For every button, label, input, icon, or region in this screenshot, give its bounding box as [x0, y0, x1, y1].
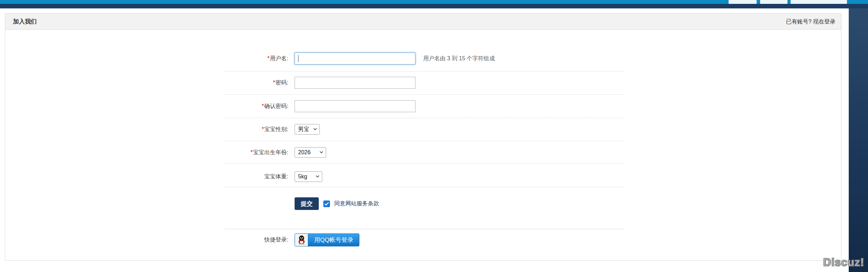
- submit-button[interactable]: 提交: [295, 197, 319, 210]
- login-now-link[interactable]: 现在登录: [813, 18, 835, 26]
- qq-penguin-icon: [295, 234, 308, 246]
- page-background-strip: [849, 8, 868, 272]
- registration-page: 加入我们 已有账号? 现在登录 *用户名: 用户名由 3 到 15 个字符组成 …: [0, 0, 868, 272]
- agree-terms-label[interactable]: 同意网站服务条款: [334, 200, 379, 208]
- chevron-down-icon: [320, 150, 323, 153]
- baby-weight-value: 5kg: [298, 174, 307, 180]
- password-label: *密码:: [225, 79, 295, 87]
- baby-birth-year-value: 2026: [298, 149, 311, 156]
- required-mark: *: [267, 55, 269, 61]
- baby-gender-label: *宝宝性别:: [225, 126, 295, 133]
- qq-login-button-label: 用QQ帐号登录: [308, 234, 359, 246]
- secondary-nav-bar: [0, 4, 868, 8]
- nav-tab-1[interactable]: [729, 0, 757, 4]
- checkmark-icon: [324, 202, 329, 206]
- baby-birth-year-label: *宝宝出生年份:: [225, 149, 295, 156]
- quick-login-row: 快捷登录:: [225, 229, 624, 246]
- required-mark: *: [262, 103, 264, 109]
- required-mark: *: [262, 126, 264, 132]
- page-title: 加入我们: [13, 18, 37, 26]
- username-hint: 用户名由 3 到 15 个字符组成: [423, 55, 495, 62]
- baby-birth-year-select[interactable]: 2026: [295, 147, 326, 158]
- confirm-password-input[interactable]: [295, 100, 415, 112]
- agree-checkbox[interactable]: [323, 200, 330, 207]
- register-panel: 加入我们 已有账号? 现在登录 *用户名: 用户名由 3 到 15 个字符组成 …: [5, 13, 841, 261]
- username-label: *用户名:: [225, 55, 295, 62]
- baby-weight-row: 宝宝体重: 5kg: [225, 164, 624, 187]
- username-input-wrap: [295, 53, 415, 64]
- panel-header: 加入我们 已有账号? 现在登录: [5, 14, 841, 30]
- password-input[interactable]: [295, 77, 415, 89]
- baby-weight-label: 宝宝体重:: [225, 173, 295, 181]
- required-mark: *: [250, 149, 253, 155]
- baby-birth-year-row: *宝宝出生年份: 2026: [225, 141, 624, 164]
- quick-login-label: 快捷登录:: [225, 236, 295, 244]
- have-account-text: 已有账号?: [786, 18, 813, 26]
- username-input[interactable]: [295, 53, 415, 64]
- baby-gender-select[interactable]: 男宝: [295, 124, 320, 135]
- discuz-logo: Discuz!: [823, 256, 864, 269]
- text-caret: [298, 55, 298, 62]
- confirm-password-row: *确认密码:: [225, 95, 624, 118]
- nav-tab-2[interactable]: [760, 0, 787, 4]
- baby-weight-select[interactable]: 5kg: [295, 171, 322, 182]
- username-row: *用户名: 用户名由 3 到 15 个字符组成: [225, 46, 624, 72]
- submit-row: 提交 同意网站服务条款: [225, 187, 624, 229]
- qq-login-button[interactable]: 用QQ帐号登录: [295, 233, 359, 246]
- baby-gender-row: *宝宝性别: 男宝: [225, 118, 624, 141]
- baby-gender-value: 男宝: [298, 126, 309, 133]
- panel-body: *用户名: 用户名由 3 到 15 个字符组成 *密码: *确认密码:: [5, 30, 841, 260]
- chevron-down-icon: [316, 174, 319, 177]
- login-prompt: 已有账号? 现在登录: [786, 14, 835, 30]
- confirm-password-label: *确认密码:: [225, 103, 295, 110]
- nav-tab-3[interactable]: [791, 0, 847, 4]
- password-row: *密码:: [225, 72, 624, 95]
- required-mark: *: [273, 80, 275, 86]
- register-form: *用户名: 用户名由 3 到 15 个字符组成 *密码: *确认密码:: [225, 46, 624, 246]
- top-nav-bar: [0, 0, 868, 4]
- chevron-down-icon: [314, 127, 317, 130]
